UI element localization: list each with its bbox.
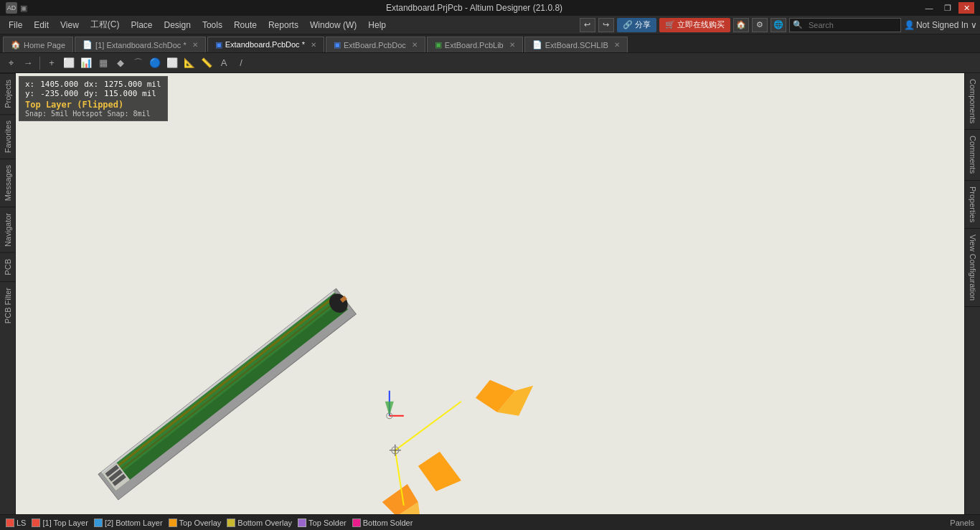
tab-home[interactable]: 🏠 Home Page xyxy=(3,37,73,52)
titlebar: AD ▣ Extandboard.PrjPcb - Altium Designe… xyxy=(0,0,980,16)
menu-reports[interactable]: Reports xyxy=(263,17,304,33)
title-icon: ▣ xyxy=(20,4,27,13)
tab-schdoc-icon: 📄 xyxy=(83,40,93,49)
sidebar-tab-favorites[interactable]: Favorites xyxy=(0,114,16,158)
square-button[interactable]: ⬜ xyxy=(164,55,180,71)
layer-bottomoverlay[interactable]: Bottom Overlay xyxy=(227,519,292,527)
tab-home-icon: 🏠 xyxy=(11,40,21,49)
layer-bar: LS [1] Top Layer [2] Bottom Layer Top Ov… xyxy=(0,514,980,530)
layer-topsolder-label: Top Solder xyxy=(308,519,347,527)
layer-ls-color xyxy=(6,519,14,527)
right-sidebar: Components Comments Properties View Conf… xyxy=(964,73,980,514)
menubar: File Edit View 工程(C) Place Design Tools … xyxy=(0,16,980,34)
right-tab-comments[interactable]: Comments xyxy=(965,130,981,180)
layer-ls[interactable]: LS xyxy=(6,519,26,527)
menu-window[interactable]: Window (W) xyxy=(304,17,362,33)
dx-value: 1275.000 mil xyxy=(104,80,161,89)
tab-schdoc[interactable]: 📄 [1] Extandboard.SchDoc * ✕ xyxy=(75,37,206,52)
tab-extpcbdoc-label: ExtBoard.PcbDoc xyxy=(344,41,406,49)
poly-button[interactable]: 🔵 xyxy=(147,55,163,71)
menu-edit[interactable]: Edit xyxy=(28,17,55,33)
shape-button[interactable]: ◆ xyxy=(113,55,128,71)
layer-bottomsolder[interactable]: Bottom Solder xyxy=(352,519,413,527)
menu-file[interactable]: File xyxy=(3,17,28,33)
sidebar-tab-projects[interactable]: Projects xyxy=(0,73,16,114)
search-input[interactable] xyxy=(804,18,897,32)
left-sidebar: Projects Favorites Messages Navigator PC… xyxy=(0,73,16,514)
close-button[interactable]: ✕ xyxy=(958,2,974,14)
tab-pcbdoc[interactable]: ▣ Extandboard.PcbDoc * ✕ xyxy=(207,37,324,52)
toolbar-sep1 xyxy=(39,57,40,70)
tab-schdoc-label: [1] Extandboard.SchDoc * xyxy=(95,41,187,49)
x-label: x: xyxy=(25,80,34,89)
layer-name: Top Layer (Flipped) xyxy=(25,100,161,110)
redo-button[interactable]: ↪ xyxy=(598,18,614,32)
menu-project[interactable]: 工程(C) xyxy=(85,17,126,33)
sidebar-tab-pcb[interactable]: PCB xyxy=(0,252,16,281)
network-icon[interactable]: 🌐 xyxy=(771,18,786,32)
tab-pcblib[interactable]: ▣ ExtBoard.PcbLib ✕ xyxy=(427,37,523,52)
tab-schdoc-close[interactable]: ✕ xyxy=(192,41,198,49)
settings-icon[interactable]: ⚙ xyxy=(752,18,768,32)
tab-schlib-icon: 📄 xyxy=(532,40,542,49)
line-button[interactable]: / xyxy=(233,55,249,71)
layer-bottomoverlay-color xyxy=(227,519,235,527)
maximize-button[interactable]: ❐ xyxy=(940,2,956,14)
canvas-area[interactable]: x: 1405.000 dx: 1275.000 mil y: -235.000… xyxy=(16,73,964,514)
select-button[interactable]: → xyxy=(20,55,36,71)
layer-ls-label: LS xyxy=(17,519,26,527)
tab-extpcbdoc[interactable]: ▣ ExtBoard.PcbDoc ✕ xyxy=(326,37,425,52)
tab-pcblib-icon: ▣ xyxy=(435,40,442,49)
rect-button[interactable]: ⬜ xyxy=(61,55,77,71)
profile-label: Not Signed In ∨ xyxy=(916,20,977,30)
menu-view[interactable]: View xyxy=(55,17,85,33)
menu-tools[interactable]: Tools xyxy=(197,17,228,33)
chart-button[interactable]: 📊 xyxy=(78,55,94,71)
sidebar-tab-navigator[interactable]: Navigator xyxy=(0,207,16,252)
sidebar-tab-messages[interactable]: Messages xyxy=(0,158,16,207)
tab-schlib[interactable]: 📄 ExtBoard.SCHLIB ✕ xyxy=(524,37,628,52)
right-tab-viewconfig[interactable]: View Configuration xyxy=(965,229,981,307)
layer-bottom-label: [2] Bottom Layer xyxy=(105,519,163,527)
pcb-canvas[interactable] xyxy=(16,73,964,514)
undo-button[interactable]: ↩ xyxy=(580,18,595,32)
layer-bottomsolder-color xyxy=(352,519,361,527)
share-button[interactable]: 🔗 分享 xyxy=(617,18,656,32)
layer-bottom[interactable]: [2] Bottom Layer xyxy=(94,519,163,527)
layer-topoverlay-color xyxy=(169,519,177,527)
dimension-button[interactable]: 📐 xyxy=(182,55,197,71)
layer-top[interactable]: [1] Top Layer xyxy=(32,519,88,527)
profile-area[interactable]: 👤 Not Signed In ∨ xyxy=(904,20,977,30)
tab-pcblib-label: ExtBoard.PcbLib xyxy=(445,41,504,49)
layer-topsolder[interactable]: Top Solder xyxy=(298,519,347,527)
tab-schlib-close[interactable]: ✕ xyxy=(614,41,620,49)
arc-button[interactable]: ⌒ xyxy=(130,55,146,71)
menu-help[interactable]: Help xyxy=(362,17,392,33)
user-icon: 👤 xyxy=(904,20,915,30)
tab-extpcbdoc-close[interactable]: ✕ xyxy=(412,41,418,49)
right-tab-components[interactable]: Components xyxy=(965,73,981,130)
minimize-button[interactable]: — xyxy=(921,2,937,14)
filter-button[interactable]: ⌖ xyxy=(3,55,19,71)
buy-button[interactable]: 🛒 立即在线购买 xyxy=(659,18,730,32)
layer-bottomsolder-label: Bottom Solder xyxy=(363,519,413,527)
dy-label: dy: xyxy=(84,89,98,98)
sidebar-tab-pcbfilter[interactable]: PCB Filter xyxy=(0,281,16,329)
y-value: -235.000 xyxy=(40,89,78,98)
text-button[interactable]: A xyxy=(216,55,232,71)
right-tab-properties[interactable]: Properties xyxy=(965,181,981,229)
grid-button[interactable]: ▦ xyxy=(95,55,111,71)
tab-pcblib-close[interactable]: ✕ xyxy=(509,41,515,49)
measure-button[interactable]: 📏 xyxy=(199,55,215,71)
home-icon[interactable]: 🏠 xyxy=(733,18,749,32)
layer-bottomoverlay-label: Bottom Overlay xyxy=(237,519,292,527)
menu-place[interactable]: Place xyxy=(126,17,159,33)
add-button[interactable]: + xyxy=(44,55,60,71)
search-icon: 🔍 xyxy=(793,20,803,29)
tab-pcbdoc-label: Extandboard.PcbDoc * xyxy=(225,40,305,49)
panels-button[interactable]: Panels xyxy=(950,519,974,527)
menu-route[interactable]: Route xyxy=(228,17,263,33)
tab-pcbdoc-close[interactable]: ✕ xyxy=(311,41,316,49)
menu-design[interactable]: Design xyxy=(159,17,197,33)
layer-topoverlay[interactable]: Top Overlay xyxy=(169,519,222,527)
